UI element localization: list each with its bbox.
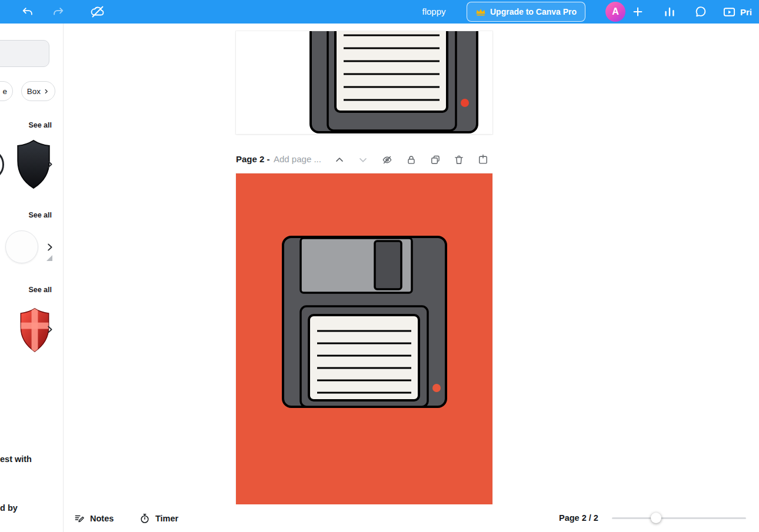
document-title[interactable]: floppy [400, 6, 468, 16]
chevron-down-icon [357, 154, 369, 166]
present-button-label: Pri [740, 7, 752, 17]
add-page-button[interactable] [475, 152, 491, 168]
floppy-disk-illustration-page2[interactable] [236, 173, 492, 504]
see-all-link-1[interactable]: See all [0, 121, 52, 129]
filter-chip-box-label: Box [27, 87, 41, 96]
elements-sidebar-panel: e Box See all See all See all [0, 24, 64, 532]
move-page-up-button[interactable] [331, 152, 348, 168]
avatar-initial: A [612, 6, 619, 17]
bottom-status-bar: Notes Timer Page 2 / 2 [64, 504, 759, 532]
upgrade-to-pro-button[interactable]: Upgrade to Canva Pro [467, 2, 585, 22]
bar-chart-icon [663, 5, 676, 18]
timer-icon [139, 513, 151, 524]
lock-icon [405, 154, 417, 166]
insights-button[interactable] [661, 3, 678, 21]
thumbnail-white-circle[interactable] [5, 230, 38, 263]
notes-icon [74, 513, 85, 524]
undo-icon [21, 5, 34, 18]
delete-page-button[interactable] [451, 152, 467, 168]
chevron-right-icon [44, 242, 55, 253]
sidebar-cutoff-text-top: est with [0, 454, 32, 464]
move-page-down-button[interactable] [355, 152, 371, 168]
see-all-link-2[interactable]: See all [0, 211, 52, 219]
scroll-right-button-3[interactable] [42, 322, 57, 337]
filter-chip-partial[interactable]: e [0, 81, 13, 101]
floppy-disk-illustration-page1 [236, 31, 492, 134]
trash-icon [453, 154, 465, 166]
page-indicator[interactable]: Page 2 / 2 [559, 513, 598, 523]
comment-bubble-icon [694, 5, 707, 18]
sidebar-search-box[interactable] [0, 40, 49, 67]
zoom-slider-rail[interactable] [612, 517, 746, 519]
corner-handle-decor [46, 255, 52, 261]
chevron-right-icon [43, 88, 49, 95]
thumbnail-circle-cutoff[interactable] [0, 149, 4, 180]
duplicate-icon [430, 154, 441, 166]
add-page-icon [477, 154, 489, 166]
account-avatar[interactable]: A [605, 2, 625, 22]
crown-icon [475, 8, 486, 16]
page2-toolbar: Page 2 - Add page ... [236, 152, 492, 169]
chevron-up-icon [334, 154, 345, 166]
hide-page-button[interactable] [379, 152, 395, 168]
sync-status-button[interactable] [89, 3, 106, 21]
zoom-slider-knob[interactable] [651, 513, 661, 523]
redo-icon [52, 5, 65, 18]
scroll-right-button-2[interactable] [42, 239, 57, 255]
notes-button[interactable]: Notes [74, 504, 114, 532]
timer-button[interactable]: Timer [139, 504, 178, 532]
redo-button[interactable] [49, 3, 67, 21]
cloud-offline-icon [90, 5, 105, 18]
page2-label: Page 2 - [236, 154, 270, 164]
sidebar-cutoff-text-bottom: d by [0, 503, 18, 513]
page-title-input[interactable]: Add page ... [274, 154, 321, 164]
filter-chip-partial-label: e [2, 87, 7, 96]
undo-button[interactable] [19, 3, 36, 21]
chevron-right-icon [44, 159, 55, 170]
upgrade-button-label: Upgrade to Canva Pro [490, 7, 577, 16]
design-page-2[interactable] [236, 173, 492, 504]
search-input[interactable] [0, 41, 49, 66]
plus-icon [631, 5, 644, 18]
editor-canvas-area[interactable]: Page 2 - Add page ... [64, 24, 759, 504]
scroll-right-button-1[interactable] [42, 156, 57, 172]
present-button[interactable]: Pri [723, 0, 752, 24]
eye-off-icon [381, 154, 393, 166]
present-screen-icon [723, 5, 736, 19]
add-member-button[interactable] [629, 3, 647, 21]
filter-chip-box[interactable]: Box [21, 81, 55, 101]
timer-button-label: Timer [155, 514, 178, 523]
comments-button[interactable] [692, 3, 710, 21]
design-page-1[interactable] [236, 31, 492, 134]
top-toolbar: floppy Upgrade to Canva Pro A Pri [0, 0, 759, 24]
chevron-right-icon [44, 324, 55, 335]
see-all-link-3[interactable]: See all [0, 286, 52, 294]
notes-button-label: Notes [90, 514, 114, 523]
lock-page-button[interactable] [403, 152, 420, 168]
zoom-slider[interactable] [612, 513, 746, 524]
duplicate-page-button[interactable] [427, 152, 444, 168]
